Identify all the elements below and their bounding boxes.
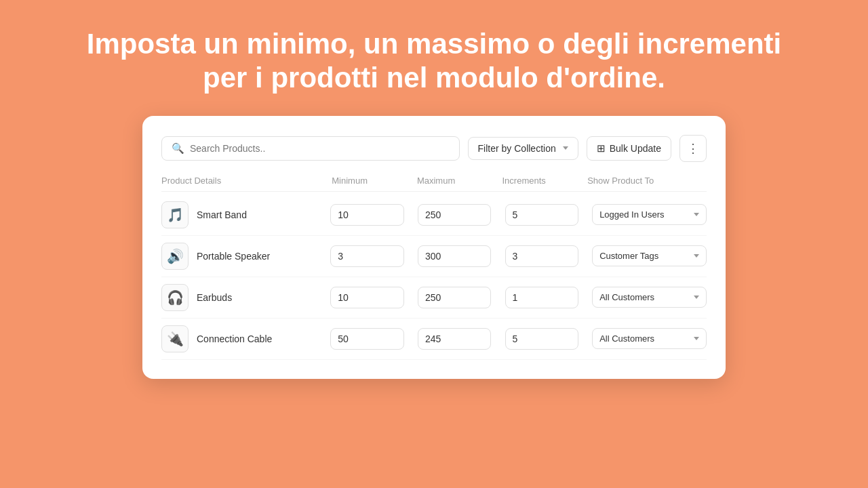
product-name: Connection Cable [197,333,272,344]
increments-input[interactable] [505,328,579,350]
filter-label: Filter by Collection [478,143,556,154]
header-minimum: Minimum [332,176,417,186]
minimum-input[interactable] [330,287,404,308]
search-input[interactable] [190,143,450,154]
header-show-product-to: Show Product To [587,176,707,186]
table-row: 🔊 Portable Speaker Customer Tags [161,236,707,277]
show-product-to-value: Logged In Users [599,209,664,220]
search-wrap[interactable]: 🔍 [161,136,460,161]
maximum-cell[interactable] [418,204,500,226]
increments-input[interactable] [505,245,579,267]
maximum-input[interactable] [418,328,492,350]
table-row: 🎧 Earbuds All Customers [161,277,707,319]
minimum-cell[interactable] [330,328,412,350]
minimum-cell[interactable] [330,204,412,226]
bulk-update-button[interactable]: ⊞ Bulk Update [587,136,671,161]
product-name: Smart Band [197,209,247,220]
table-header: Product Details Minimum Maximum Incremen… [161,176,707,192]
product-info: 🔊 Portable Speaker [161,243,325,270]
minimum-cell[interactable] [330,287,412,308]
chevron-down-icon [694,254,699,258]
product-table-body: 🎵 Smart Band Logged In Users 🔊 Portable … [161,195,707,360]
product-order-form-card: 🔍 Filter by Collection ⊞ Bulk Update ⋮ P… [142,116,726,379]
product-info: 🎧 Earbuds [161,284,325,311]
chevron-down-icon [694,213,699,216]
maximum-input[interactable] [418,287,492,308]
more-options-button[interactable]: ⋮ [679,135,707,162]
toolbar: 🔍 Filter by Collection ⊞ Bulk Update ⋮ [161,135,707,162]
product-info: 🎵 Smart Band [161,201,325,228]
product-thumbnail: 🔊 [161,243,189,270]
header-maximum: Maximum [417,176,502,186]
maximum-input[interactable] [418,204,492,226]
show-product-to-dropdown[interactable]: Customer Tags [592,245,707,266]
minimum-input[interactable] [330,204,404,226]
product-thumbnail: 🎧 [161,284,189,311]
chevron-down-icon [694,337,699,340]
increments-input[interactable] [505,287,579,308]
minimum-input[interactable] [330,328,404,350]
table-row: 🔌 Connection Cable All Customers [161,319,707,360]
header-increments: Increments [502,176,588,186]
show-product-to-value: All Customers [599,292,654,302]
show-product-to-cell[interactable]: Logged In Users [592,204,707,225]
show-product-to-value: Customer Tags [599,251,658,261]
increments-input[interactable] [505,204,579,226]
more-icon: ⋮ [687,141,699,156]
chevron-down-icon [694,296,699,299]
bulk-label: Bulk Update [610,143,661,154]
show-product-to-cell[interactable]: Customer Tags [592,245,707,266]
increments-cell[interactable] [505,245,587,267]
maximum-input[interactable] [418,245,492,267]
maximum-cell[interactable] [418,287,500,308]
table-row: 🎵 Smart Band Logged In Users [161,195,707,236]
product-name: Portable Speaker [197,251,270,262]
show-product-to-dropdown[interactable]: All Customers [592,287,707,308]
product-info: 🔌 Connection Cable [161,325,325,352]
search-icon: 🔍 [172,142,184,155]
increments-cell[interactable] [505,328,587,350]
product-thumbnail: 🎵 [161,201,189,228]
show-product-to-dropdown[interactable]: All Customers [592,328,707,349]
increments-cell[interactable] [505,204,587,226]
header-product-details: Product Details [161,176,332,186]
show-product-to-value: All Customers [599,333,654,344]
minimum-cell[interactable] [330,245,412,267]
filter-collection-button[interactable]: Filter by Collection [468,137,578,160]
show-product-to-cell[interactable]: All Customers [592,328,707,349]
product-thumbnail: 🔌 [161,325,189,352]
chevron-down-icon [563,146,568,150]
hero-title: Imposta un minimo, un massimo o degli in… [0,0,868,116]
minimum-input[interactable] [330,245,404,267]
increments-cell[interactable] [505,287,587,308]
maximum-cell[interactable] [418,328,500,350]
show-product-to-cell[interactable]: All Customers [592,287,707,308]
grid-icon: ⊞ [597,142,606,155]
show-product-to-dropdown[interactable]: Logged In Users [592,204,707,225]
product-name: Earbuds [197,292,232,303]
maximum-cell[interactable] [418,245,500,267]
